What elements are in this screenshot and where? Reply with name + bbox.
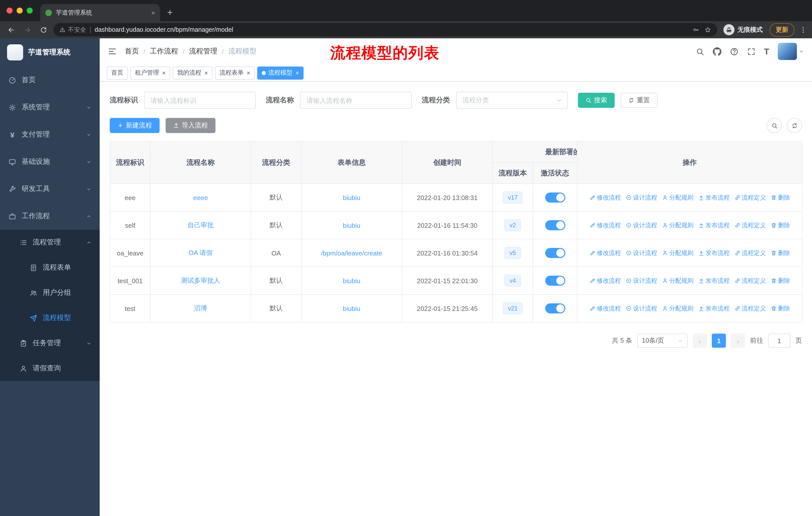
breadcrumb-item[interactable]: 首页 — [125, 47, 139, 56]
action-definition[interactable]: 流程定义 — [734, 249, 766, 257]
action-edit[interactable]: 修改流程 — [589, 249, 621, 257]
next-page-button[interactable]: › — [731, 333, 745, 348]
action-design[interactable]: 设计流程 — [626, 221, 657, 229]
action-delete[interactable]: 删除 — [771, 193, 790, 202]
user-avatar[interactable] — [778, 43, 804, 60]
browser-update-button[interactable]: 更新 — [770, 23, 794, 36]
version-tag[interactable]: v17 — [503, 191, 523, 203]
action-assign[interactable]: 分配规则 — [662, 249, 693, 257]
action-assign[interactable]: 分配规则 — [662, 276, 693, 285]
action-definition[interactable]: 流程定义 — [734, 304, 766, 313]
action-publish[interactable]: 发布流程 — [698, 276, 730, 285]
fullscreen-icon[interactable] — [747, 47, 755, 56]
close-window-button[interactable] — [6, 7, 12, 13]
sidebar-item[interactable]: 研发工具 — [0, 175, 100, 202]
prev-page-button[interactable]: ‹ — [693, 333, 707, 348]
form-link[interactable]: biubiu — [343, 194, 360, 201]
action-definition[interactable]: 流程定义 — [734, 276, 766, 285]
sidebar-item[interactable]: 系统管理 — [0, 94, 100, 121]
goto-page-input[interactable] — [768, 333, 790, 348]
sidebar-item[interactable]: 流程表单 — [0, 255, 100, 280]
sidebar-item[interactable]: 任务管理 — [0, 331, 100, 356]
breadcrumb-item[interactable]: 工作流程 — [150, 47, 178, 56]
process-name-link[interactable]: 滔博 — [194, 304, 207, 312]
close-icon[interactable]: × — [204, 70, 208, 76]
action-assign[interactable]: 分配规则 — [662, 193, 693, 202]
browser-tab[interactable]: 芋道管理系统 × — [40, 4, 160, 21]
browser-menu-icon[interactable] — [800, 26, 807, 33]
form-link[interactable]: /bpm/oa/leave/create — [321, 249, 382, 257]
toggle-search-button[interactable] — [767, 118, 782, 133]
action-edit[interactable]: 修改流程 — [589, 304, 621, 313]
version-tag[interactable]: v4 — [504, 275, 521, 287]
category-select[interactable]: 流程分类 — [456, 92, 568, 109]
close-icon[interactable]: × — [295, 70, 299, 76]
action-design[interactable]: 设计流程 — [626, 193, 657, 202]
process-id-input[interactable] — [144, 92, 256, 109]
action-delete[interactable]: 删除 — [771, 249, 790, 257]
version-tag[interactable]: v2 — [504, 219, 521, 231]
search-button[interactable]: 搜索 — [578, 93, 615, 108]
import-process-button[interactable]: 导入流程 — [166, 118, 215, 133]
process-name-link[interactable]: eeee — [193, 194, 208, 201]
sidebar-item[interactable]: 流程管理 — [0, 230, 100, 255]
refresh-table-button[interactable] — [787, 118, 802, 133]
zoom-window-button[interactable] — [27, 7, 33, 13]
action-design[interactable]: 设计流程 — [626, 249, 657, 257]
help-icon[interactable] — [730, 47, 738, 56]
action-edit[interactable]: 修改流程 — [589, 221, 621, 229]
create-process-button[interactable]: 新建流程 — [110, 118, 160, 133]
search-icon[interactable] — [695, 47, 704, 56]
process-name-link[interactable]: 测试多审批人 — [181, 277, 220, 284]
sidebar-item[interactable]: 工作流程 — [0, 202, 100, 230]
active-toggle[interactable] — [545, 303, 565, 314]
action-publish[interactable]: 发布流程 — [698, 221, 730, 229]
tab-close-icon[interactable]: × — [151, 9, 155, 16]
sidebar-toggle-icon[interactable] — [108, 47, 117, 56]
active-toggle[interactable] — [545, 220, 565, 230]
github-icon[interactable] — [713, 47, 721, 56]
process-name-input[interactable] — [300, 92, 412, 109]
sidebar-item[interactable]: 流程模型 — [0, 305, 100, 331]
active-toggle[interactable] — [545, 248, 565, 258]
action-assign[interactable]: 分配规则 — [662, 304, 693, 313]
view-tag[interactable]: 流程表单× — [215, 66, 255, 79]
view-tag[interactable]: 租户管理× — [130, 66, 170, 79]
action-publish[interactable]: 发布流程 — [698, 249, 730, 257]
action-publish[interactable]: 发布流程 — [698, 304, 730, 313]
version-tag[interactable]: v5 — [504, 247, 521, 259]
view-tag[interactable]: 首页 — [107, 66, 128, 79]
minimize-window-button[interactable] — [17, 7, 23, 13]
close-icon[interactable]: × — [247, 70, 250, 76]
form-link[interactable]: biubiu — [343, 221, 360, 229]
active-toggle[interactable] — [545, 192, 565, 202]
view-tag[interactable]: 流程模型× — [257, 66, 303, 79]
sidebar-item[interactable]: 首页 — [0, 66, 100, 94]
sidebar-item[interactable]: 用户分组 — [0, 280, 100, 305]
action-publish[interactable]: 发布流程 — [698, 193, 730, 202]
action-edit[interactable]: 修改流程 — [589, 276, 621, 285]
view-tag[interactable]: 我的流程× — [173, 66, 212, 79]
action-delete[interactable]: 删除 — [771, 304, 790, 313]
reload-icon[interactable] — [37, 24, 49, 36]
sidebar-item[interactable]: 基础设施 — [0, 148, 100, 175]
action-delete[interactable]: 删除 — [771, 221, 790, 229]
sidebar-item[interactable]: 请假查询 — [0, 356, 100, 381]
active-toggle[interactable] — [545, 276, 565, 286]
breadcrumb-item[interactable]: 流程管理 — [189, 47, 218, 56]
bookmark-star-icon[interactable] — [704, 26, 711, 33]
action-design[interactable]: 设计流程 — [626, 276, 657, 285]
close-icon[interactable]: × — [162, 70, 166, 76]
action-design[interactable]: 设计流程 — [626, 304, 657, 313]
process-name-link[interactable]: OA 请假 — [188, 249, 212, 256]
form-link[interactable]: biubiu — [343, 305, 360, 312]
forward-icon[interactable] — [21, 24, 33, 36]
new-tab-button[interactable]: + — [167, 7, 173, 17]
reset-button[interactable]: 重置 — [621, 93, 658, 108]
action-delete[interactable]: 删除 — [771, 276, 790, 285]
action-definition[interactable]: 流程定义 — [734, 193, 766, 202]
font-size-icon[interactable]: T — [764, 47, 769, 56]
action-edit[interactable]: 修改流程 — [589, 193, 621, 202]
back-icon[interactable] — [5, 24, 17, 36]
sidebar-item[interactable]: ¥支付管理 — [0, 121, 100, 148]
